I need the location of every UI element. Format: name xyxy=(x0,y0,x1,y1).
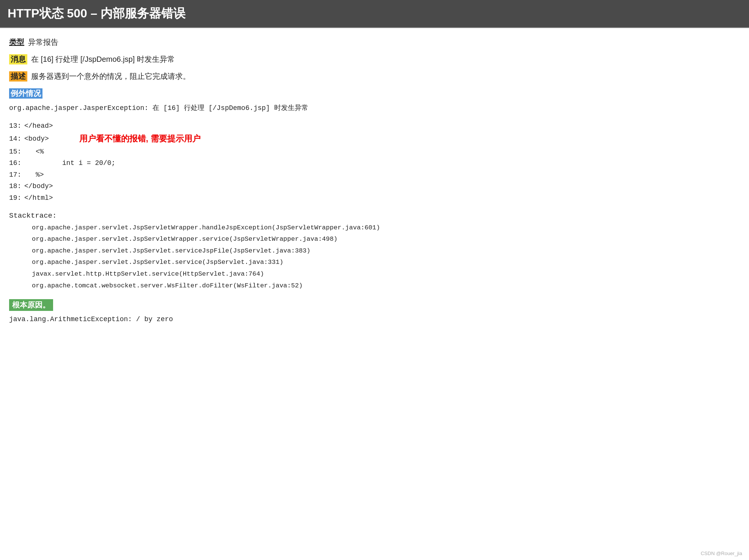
root-cause-label: 根本原因。 xyxy=(9,299,53,311)
exception-text: org.apache.jasper.JasperException: 在 [16… xyxy=(9,102,740,114)
page-header: HTTP状态 500 – 内部服务器错误 xyxy=(0,0,749,27)
code-line-16: 16: int i = 20/0; xyxy=(9,157,740,169)
code-line-18: 18: </body> xyxy=(9,180,740,192)
exception-section: 例外情况 org.apache.jasper.JasperException: … xyxy=(9,88,740,204)
message-label: 消息 xyxy=(9,54,27,64)
message-value: 在 [16] 行处理 [/JspDemo6.jsp] 时发生异常 xyxy=(31,54,175,64)
type-label: 类型 xyxy=(9,37,24,47)
code-line-13: 13: </head> xyxy=(9,120,740,132)
stack-line-3: org.apache.jasper.servlet.JspServlet.ser… xyxy=(32,245,740,257)
code-line-15: 15: <% xyxy=(9,146,740,158)
stack-line-1: org.apache.jasper.servlet.JspServletWrap… xyxy=(32,222,740,234)
annotation-text: 用户看不懂的报错, 需要提示用户 xyxy=(79,132,201,146)
message-row: 消息 在 [16] 行处理 [/JspDemo6.jsp] 时发生异常 xyxy=(9,54,740,64)
exception-label: 例外情况 xyxy=(9,88,42,99)
stack-line-6: org.apache.tomcat.websocket.server.WsFil… xyxy=(32,280,740,292)
code-line-19: 19: </html> xyxy=(9,192,740,204)
stacktrace-label: Stacktrace: xyxy=(9,212,740,220)
stacktrace-section: Stacktrace: org.apache.jasper.servlet.Js… xyxy=(9,212,740,292)
stacktrace-lines: org.apache.jasper.servlet.JspServletWrap… xyxy=(9,222,740,292)
stack-line-4: org.apache.jasper.servlet.JspServlet.ser… xyxy=(32,257,740,268)
code-line-17: 17: %> xyxy=(9,169,740,181)
code-block: 13: </head> 14: <body> 用户看不懂的报错, 需要提示用户 … xyxy=(9,120,740,204)
type-row: 类型 异常报告 xyxy=(9,37,740,47)
type-value: 异常报告 xyxy=(28,37,58,47)
description-value: 服务器遇到一个意外的情况，阻止它完成请求。 xyxy=(31,71,190,82)
code-line-14: 14: <body> 用户看不懂的报错, 需要提示用户 xyxy=(9,132,740,146)
description-row: 描述 服务器遇到一个意外的情况，阻止它完成请求。 xyxy=(9,71,740,82)
stack-line-5: javax.servlet.http.HttpServlet.service(H… xyxy=(32,268,740,280)
root-cause-section: 根本原因。 java.lang.ArithmeticException: / b… xyxy=(9,299,740,323)
header-title: HTTP状态 500 – 内部服务器错误 xyxy=(8,6,185,20)
root-cause-text: java.lang.ArithmeticException: / by zero xyxy=(9,315,740,323)
main-content: 类型 异常报告 消息 在 [16] 行处理 [/JspDemo6.jsp] 时发… xyxy=(0,28,749,332)
stack-line-2: org.apache.jasper.servlet.JspServletWrap… xyxy=(32,234,740,245)
description-label: 描述 xyxy=(9,71,27,82)
